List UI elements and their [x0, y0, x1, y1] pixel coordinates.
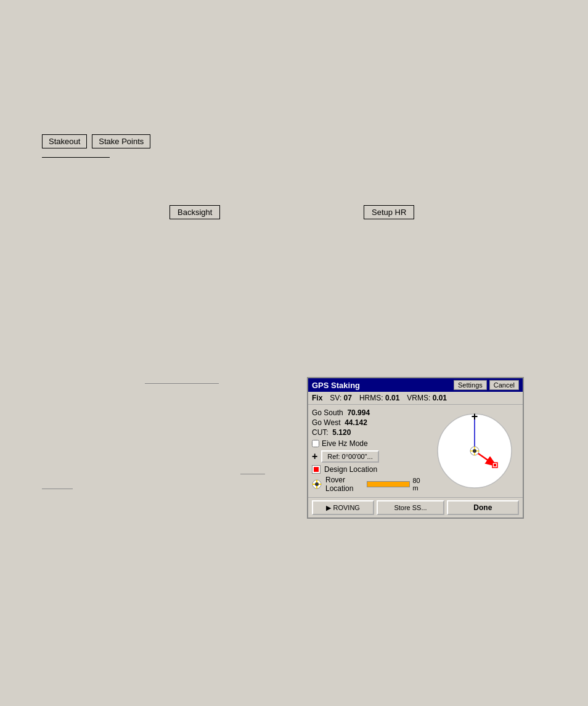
underline-divider-3	[240, 474, 265, 474]
title-buttons: Settings Cancel	[454, 380, 519, 390]
vrms-value: 0.01	[433, 394, 447, 402]
go-south-row: Go South 70.994	[312, 408, 426, 417]
underline-divider-2	[145, 383, 219, 384]
hrms-item: HRMS: 0.01	[359, 394, 399, 402]
fix-label: Fix	[312, 394, 322, 402]
svg-point-1	[315, 482, 319, 486]
underline-divider-4	[42, 489, 73, 489]
hrms-value: 0.01	[385, 394, 399, 402]
hz-mode-label: Eive Hz Mode	[322, 439, 368, 448]
backsight-button[interactable]: Backsight	[169, 205, 220, 219]
go-south-label: Go South	[312, 408, 343, 417]
progress-bar	[367, 481, 410, 487]
go-west-label: Go West	[312, 418, 340, 427]
dialog-bottom-buttons: ▶ ROVING Store SS... Done	[308, 497, 523, 517]
hrms-label: HRMS:	[359, 394, 383, 402]
hz-mode-row[interactable]: Eive Hz Mode	[312, 439, 426, 448]
cut-row: CUT: 5.120	[312, 428, 426, 437]
hz-mode-checkbox[interactable]	[312, 440, 319, 447]
status-row: Fix SV: 07 HRMS: 0.01 VRMS: 0.01	[308, 392, 523, 405]
vrms-item: VRMS: 0.01	[407, 394, 447, 402]
settings-button[interactable]: Settings	[454, 380, 487, 390]
sv-value: 07	[344, 394, 352, 402]
underline-divider-1	[42, 157, 110, 158]
store-ss-button[interactable]: Store SS...	[377, 500, 444, 515]
roving-button[interactable]: ▶ ROVING	[312, 500, 374, 515]
go-south-value: 70.994	[347, 408, 370, 417]
ref-button[interactable]: Ref: 0°00'00"...	[321, 450, 378, 463]
dialog-title: GPS Staking	[312, 381, 360, 390]
design-location-label: Design Location	[324, 465, 377, 474]
setup-hr-button[interactable]: Setup HR	[364, 205, 414, 219]
dialog-left-panel: Go South 70.994 Go West 44.142 CUT: 5.12…	[312, 407, 426, 495]
sv-item: SV: 07	[330, 394, 352, 402]
top-buttons-container: Stakeout Stake Points	[42, 134, 150, 148]
sv-label: SV:	[330, 394, 341, 402]
go-west-value: 44.142	[345, 418, 367, 427]
plus-icon: +	[312, 451, 317, 462]
done-button[interactable]: Done	[447, 500, 519, 515]
dialog-body: Go South 70.994 Go West 44.142 CUT: 5.12…	[308, 405, 523, 497]
progress-label: 80 m	[412, 477, 426, 492]
svg-rect-17	[494, 464, 496, 466]
staking-circle-svg: +	[435, 411, 515, 491]
stake-points-button[interactable]: Stake Points	[92, 134, 150, 148]
vrms-label: VRMS:	[407, 394, 430, 402]
svg-text:+: +	[471, 411, 478, 423]
ref-row: + Ref: 0°00'00"...	[312, 450, 426, 463]
svg-point-11	[473, 449, 476, 453]
cut-value: 5.120	[332, 428, 351, 437]
design-location-icon	[312, 465, 321, 474]
stakeout-button[interactable]: Stakeout	[42, 134, 87, 148]
rover-location-label: Rover Location	[325, 476, 361, 493]
progress-bar-container: 80 m	[367, 477, 426, 492]
staking-circle: +	[435, 411, 515, 491]
dialog-titlebar: GPS Staking Settings Cancel	[308, 378, 523, 392]
cancel-button[interactable]: Cancel	[489, 380, 519, 390]
gps-staking-dialog: GPS Staking Settings Cancel Fix SV: 07 H…	[307, 377, 524, 519]
rover-location-row: Rover Location 80 m	[312, 476, 426, 493]
rover-location-icon	[312, 479, 322, 489]
cut-label: CUT:	[312, 428, 329, 437]
design-location-row: Design Location	[312, 465, 426, 474]
go-west-row: Go West 44.142	[312, 418, 426, 427]
dialog-right-panel: +	[430, 407, 519, 495]
